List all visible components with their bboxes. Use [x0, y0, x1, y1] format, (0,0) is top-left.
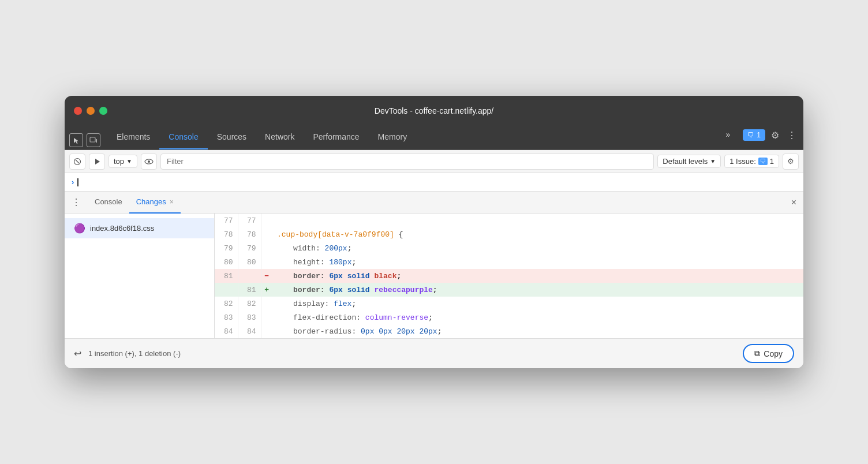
- line-num-left: 77: [215, 214, 238, 227]
- copy-icon: ⧉: [754, 349, 760, 358]
- minimize-button[interactable]: [87, 107, 95, 115]
- table-row: 81 + border: 6px solid rebeccapurple;: [215, 283, 803, 297]
- svg-marker-4: [95, 159, 100, 164]
- copy-button[interactable]: ⧉ Copy: [743, 344, 794, 363]
- issues-badge-button[interactable]: 🗨 1: [743, 129, 765, 141]
- console-settings-button[interactable]: ⚙: [783, 154, 799, 170]
- table-row: 83 83 flex-direction: column-reverse;: [215, 310, 803, 324]
- table-row: 79 79 width: 200px;: [215, 241, 803, 255]
- more-tabs-button[interactable]: »: [717, 123, 740, 147]
- table-row: 84 84 border-radius: 0px 0px 20px 20px;: [215, 324, 803, 338]
- filter-input[interactable]: [160, 154, 654, 170]
- tab-sources[interactable]: Sources: [208, 125, 256, 149]
- issues-icon-small: 🗨: [758, 158, 768, 165]
- table-row: 80 80 height: 180px;: [215, 255, 803, 269]
- panel-tab-console[interactable]: Console: [88, 192, 129, 214]
- svg-point-6: [148, 160, 150, 163]
- tab-performance[interactable]: Performance: [304, 125, 368, 149]
- titlebar: DevTools - coffee-cart.netlify.app/: [65, 96, 803, 126]
- more-options-icon[interactable]: ⋮: [785, 128, 799, 143]
- issues-counter: 1 Issue: 🗨 1: [724, 155, 779, 168]
- tab-memory[interactable]: Memory: [369, 125, 417, 149]
- dropdown-arrow-icon: ▼: [126, 158, 132, 164]
- cursor-icon[interactable]: [69, 133, 83, 147]
- log-levels-dropdown[interactable]: Default levels ▼: [657, 155, 721, 168]
- diff-summary-text: 1 insertion (+), 1 deletion (-): [88, 349, 736, 358]
- tab-elements[interactable]: Elements: [107, 125, 159, 149]
- diff-bottom-bar: ↩ 1 insertion (+), 1 deletion (-) ⧉ Copy: [65, 338, 803, 368]
- diff-table: 77 77 78 78 .cup-body[data-v-7a0f9f00] {: [215, 214, 803, 338]
- close-button[interactable]: [74, 107, 82, 115]
- devtools-window: DevTools - coffee-cart.netlify.app/ Elem…: [65, 96, 803, 368]
- changes-content-area: 🟣 index.8d6c6f18.css 77 77 78: [65, 214, 803, 338]
- copy-label: Copy: [764, 349, 783, 358]
- svg-line-3: [76, 160, 79, 163]
- run-script-button[interactable]: [89, 154, 105, 170]
- cursor-indicator: [77, 178, 78, 186]
- table-row: 78 78 .cup-body[data-v-7a0f9f00] {: [215, 227, 803, 241]
- changes-tab-close-icon[interactable]: ×: [170, 198, 174, 206]
- window-title: DevTools - coffee-cart.netlify.app/: [375, 106, 493, 115]
- file-name-label: index.8d6c6f18.css: [90, 224, 154, 233]
- issues-icon: 🗨: [747, 131, 754, 139]
- panel-more-icon[interactable]: ⋮: [69, 194, 83, 210]
- console-prompt-area[interactable]: ›: [65, 173, 803, 192]
- prompt-arrow-icon: ›: [72, 178, 74, 186]
- changed-files-list: 🟣 index.8d6c6f18.css: [65, 214, 215, 338]
- table-row: 81 − border: 6px solid black;: [215, 269, 803, 283]
- levels-arrow-icon: ▼: [710, 158, 716, 164]
- revert-button[interactable]: ↩: [74, 348, 81, 359]
- svg-rect-1: [96, 139, 97, 143]
- list-item[interactable]: 🟣 index.8d6c6f18.css: [65, 218, 214, 238]
- css-file-icon: 🟣: [74, 223, 85, 234]
- table-row: 77 77: [215, 214, 803, 227]
- panel-tab-changes[interactable]: Changes ×: [129, 192, 181, 214]
- tab-bar: Elements Console Sources Network Perform…: [65, 126, 803, 150]
- code-diff-area: 77 77 78 78 .cup-body[data-v-7a0f9f00] {: [215, 214, 803, 338]
- console-toolbar: top ▼ Default levels ▼ 1 Issue: 🗨 1 ⚙: [65, 150, 803, 173]
- devtools-icons: [69, 133, 100, 149]
- maximize-button[interactable]: [99, 107, 107, 115]
- line-num-right: 77: [238, 214, 261, 227]
- table-row: 82 82 display: flex;: [215, 297, 803, 310]
- settings-icon[interactable]: ⚙: [769, 128, 781, 143]
- tab-network[interactable]: Network: [256, 125, 304, 149]
- drawer-panel-header: ⋮ Console Changes × ×: [65, 192, 803, 214]
- svg-rect-0: [90, 137, 95, 142]
- tab-console[interactable]: Console: [159, 125, 207, 149]
- device-toggle-icon[interactable]: [87, 133, 100, 147]
- live-expressions-button[interactable]: [141, 154, 157, 170]
- context-selector[interactable]: top ▼: [108, 155, 137, 168]
- tab-actions: » 🗨 1 ⚙ ⋮: [717, 123, 799, 149]
- drawer-close-icon[interactable]: ×: [789, 195, 799, 210]
- clear-console-button[interactable]: [69, 154, 85, 170]
- window-controls: [74, 107, 107, 115]
